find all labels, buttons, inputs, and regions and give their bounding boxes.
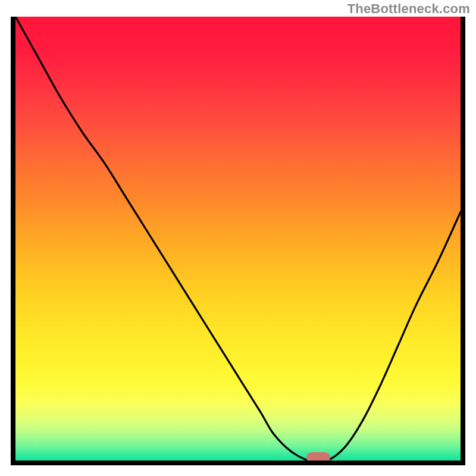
plot-frame bbox=[11, 17, 465, 465]
watermark-label: TheBottleneck.com bbox=[347, 1, 470, 17]
bottleneck-curve bbox=[15, 17, 461, 461]
chart-container: TheBottleneck.com bbox=[0, 0, 476, 476]
plot-area bbox=[15, 17, 461, 461]
optimal-marker bbox=[306, 452, 330, 461]
